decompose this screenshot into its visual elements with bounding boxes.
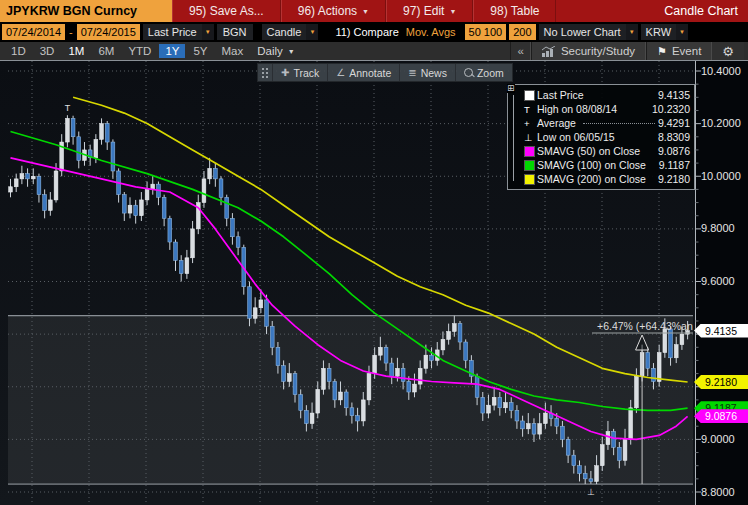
legend-label: High on 08/08/14 xyxy=(537,103,617,115)
legend-row[interactable]: SMAVG (100) on Close9.1187 xyxy=(524,158,690,172)
zoom-label: Zoom xyxy=(477,67,504,79)
range-button-max[interactable]: Max xyxy=(216,44,250,58)
legend-label: SMAVG (200) on Close xyxy=(537,173,646,185)
candle-up xyxy=(629,408,633,440)
periodicity-label: Daily xyxy=(257,45,283,57)
candle-up xyxy=(424,355,428,368)
legend-expander-icon[interactable]: ⊞ xyxy=(507,84,515,93)
candle-down xyxy=(327,368,331,381)
price-type-label: Last Price xyxy=(143,26,202,38)
candle-down xyxy=(401,368,405,381)
candle-down xyxy=(225,197,229,218)
candle-down xyxy=(231,218,235,236)
chart-settings-toolbar: 07/24/2014 - 07/24/2015 Last Price ▼ BGN… xyxy=(0,22,748,42)
range-button-1d[interactable]: 1D xyxy=(5,44,32,58)
candle-up xyxy=(396,368,400,376)
candle-down xyxy=(304,410,308,423)
candle-down xyxy=(344,392,348,408)
candle-up xyxy=(367,374,371,400)
date-from-field[interactable]: 07/24/2014 xyxy=(2,24,65,40)
menu-item-98[interactable]: 98) Table xyxy=(473,0,556,22)
legend-value: 9.4135 xyxy=(658,89,690,101)
candle-down xyxy=(572,455,576,466)
annotation-text: +6.47% (+64.43%an xyxy=(597,320,693,332)
track-button[interactable]: ✚ Track xyxy=(272,64,327,81)
periodicity-dropdown[interactable]: Daily ▼ xyxy=(250,44,302,58)
ma-periods-field-1[interactable]: 50 100 xyxy=(465,24,507,40)
candle-up xyxy=(66,118,70,142)
caret-down-icon[interactable]: ▼ xyxy=(676,24,688,40)
magnifier-icon xyxy=(464,68,473,77)
chart-mini-toolbar: ✚ Track ∠ Annotate ≣ News Zoom xyxy=(257,63,513,82)
compare-button[interactable]: 11) Compare xyxy=(331,26,402,38)
menu-item-96[interactable]: 96) Actions▼ xyxy=(281,0,386,22)
candle-down xyxy=(174,242,178,260)
range-button-ytd[interactable]: YTD xyxy=(122,44,157,58)
legend-row[interactable]: THigh on 08/08/1410.2320 xyxy=(524,102,690,116)
candle-up xyxy=(310,413,314,424)
series-swatch xyxy=(524,174,537,185)
price-type-dropdown[interactable]: Last Price ▼ xyxy=(143,24,214,40)
legend-row[interactable]: +Average9.4291 xyxy=(524,116,690,130)
menu-item-95[interactable]: 95) Save As... xyxy=(172,0,281,22)
candle-up xyxy=(623,439,627,460)
pencil-line-icon: ∠ xyxy=(336,68,345,78)
range-button-3d[interactable]: 3D xyxy=(34,44,61,58)
candle-down xyxy=(583,474,587,479)
candle-down xyxy=(168,218,172,242)
caret-down-icon[interactable]: ▼ xyxy=(306,24,318,40)
highlight-band xyxy=(8,316,693,484)
candle-down xyxy=(458,324,462,342)
ma-periods-field-2[interactable]: 200 xyxy=(509,24,535,40)
currency-label: KRW xyxy=(641,26,676,38)
candle-down xyxy=(589,479,593,482)
price-tag: 9.4135 xyxy=(694,324,748,338)
candle-up xyxy=(48,200,52,211)
event-button[interactable]: ⚑ Event xyxy=(646,42,712,61)
legend-row[interactable]: Last Price9.4135 xyxy=(524,88,690,102)
candle-down xyxy=(26,174,30,179)
security-study-button[interactable]: Security/Study xyxy=(531,42,646,61)
pricing-source-field[interactable]: BGN xyxy=(217,24,253,40)
currency-dropdown[interactable]: KRW ▼ xyxy=(641,24,688,40)
caret-down-icon[interactable]: ▼ xyxy=(202,24,214,40)
date-to-field[interactable]: 07/24/2015 xyxy=(77,24,140,40)
candle-down xyxy=(236,237,240,248)
security-ticker[interactable]: JPYKRW BGN Curncy xyxy=(0,0,172,22)
candle-down xyxy=(578,466,582,474)
date-range-separator: - xyxy=(68,26,74,38)
range-button-1y[interactable]: 1Y xyxy=(159,44,185,58)
legend-label: SMAVG (100) on Close xyxy=(537,159,646,171)
chart-legend: ⊞ Last Price9.4135THigh on 08/08/1410.23… xyxy=(507,84,695,190)
range-button-6m[interactable]: 6M xyxy=(92,44,120,58)
candle-up xyxy=(600,445,604,466)
candle-down xyxy=(270,326,274,347)
candle-up xyxy=(361,400,365,421)
candle-up xyxy=(413,384,417,392)
range-buttons: 1D3D1M6MYTD1Y5YMax xyxy=(4,44,250,58)
range-button-1m[interactable]: 1M xyxy=(62,44,90,58)
mov-avgs-label[interactable]: Mov. Avgs xyxy=(406,26,456,38)
candle-up xyxy=(253,308,257,319)
candle-down xyxy=(498,397,502,408)
menu-item-97[interactable]: 97) Edit▼ xyxy=(386,0,473,22)
collapse-button[interactable]: « xyxy=(510,42,530,61)
legend-label: Low on 06/05/15 xyxy=(537,131,615,143)
legend-row[interactable]: SMAVG (50) on Close9.0876 xyxy=(524,144,690,158)
zoom-button[interactable]: Zoom xyxy=(455,64,512,81)
candle-up xyxy=(674,345,678,358)
candle-down xyxy=(464,342,468,360)
chart-type-dropdown[interactable]: Candle ▼ xyxy=(262,24,319,40)
legend-row[interactable]: SMAVG (200) on Close9.2180 xyxy=(524,172,690,186)
annotate-button[interactable]: ∠ Annotate xyxy=(327,64,399,81)
settings-button[interactable]: ⚙ xyxy=(712,42,744,61)
candle-up xyxy=(259,300,263,308)
lower-chart-dropdown[interactable]: No Lower Chart ▼ xyxy=(539,24,638,40)
gear-icon: ⚙ xyxy=(722,44,734,59)
range-button-5y[interactable]: 5Y xyxy=(187,44,213,58)
news-button[interactable]: ≣ News xyxy=(399,64,455,81)
drag-handle-icon[interactable] xyxy=(261,67,269,78)
legend-row[interactable]: ⊥Low on 06/05/158.8309 xyxy=(524,130,690,144)
candle-down xyxy=(646,353,650,369)
caret-down-icon[interactable]: ▼ xyxy=(626,24,638,40)
